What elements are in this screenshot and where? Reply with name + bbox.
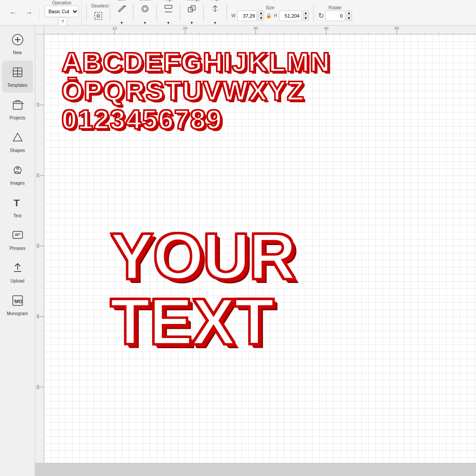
sidebar-item-new[interactable]: New	[2, 28, 33, 60]
deselect-icon	[93, 11, 103, 21]
shapes-icon	[11, 131, 24, 146]
svg-text:MG: MG	[15, 299, 22, 304]
operation-select[interactable]: Basic Cut	[45, 6, 79, 17]
font-preview: ABCDEFGHIJKLMN ŌPQRSTUVWXYZ 0123456789	[62, 48, 472, 134]
flip-expand-button[interactable]: ▼	[212, 16, 218, 30]
rotate-input[interactable]	[325, 11, 345, 21]
sidebar-item-shapes[interactable]: Shapes	[2, 126, 33, 158]
sidebar-item-images[interactable]: Images	[2, 159, 33, 190]
upload-icon	[11, 262, 24, 277]
sidebar-monogram-label: Monogram	[7, 311, 28, 316]
flip-section: Flip ▼	[208, 0, 222, 30]
divider4	[156, 4, 157, 22]
size-section: Size W ▲ ▼ 🔒 H ▲ ▼	[231, 4, 309, 21]
divider6	[203, 4, 204, 22]
canvas[interactable]: ABCDEFGHIJKLMN ŌPQRSTUVWXYZ 0123456789 Y…	[44, 34, 476, 463]
operation-section: Operation Basic Cut ?	[45, 0, 79, 26]
sidebar-templates-label: Templates	[7, 83, 28, 88]
svg-point-18	[17, 167, 19, 169]
svg-point-3	[142, 6, 148, 12]
svg-rect-7	[188, 7, 193, 12]
sidebar-item-phrases[interactable]: Phrases	[2, 224, 33, 256]
divider1	[86, 4, 87, 22]
edit-label: Edit	[115, 0, 129, 1]
svg-point-4	[143, 7, 147, 11]
font-row-1: ABCDEFGHIJKLMN	[62, 48, 472, 76]
rotate-down[interactable]: ▼	[346, 16, 352, 21]
align-expand-button[interactable]: ▼	[165, 16, 171, 30]
toolbar: ← → Operation Basic Cut ? Deselect Edit	[0, 0, 476, 26]
operation-label: Operation	[45, 0, 79, 5]
svg-text:T: T	[14, 197, 20, 208]
svg-text:50: 50	[36, 385, 40, 389]
phrases-icon	[11, 229, 24, 244]
main-area: New Templates P	[0, 26, 476, 476]
sidebar-item-monogram[interactable]: MG Monogram	[2, 289, 33, 321]
rotate-label: Rotate	[318, 5, 352, 10]
svg-text:30: 30	[36, 244, 40, 248]
rotate-section: Rotate ↻ ▲ ▼	[318, 4, 352, 21]
flip-icon	[210, 4, 220, 14]
offset-label: Offset	[138, 0, 152, 1]
svg-text:30: 30	[253, 26, 258, 30]
sidebar-item-text[interactable]: T Text	[2, 191, 33, 223]
size-h-spinner: ▲ ▼	[303, 11, 309, 21]
size-w-up[interactable]: ▲	[258, 11, 264, 15]
sidebar-projects-label: Projects	[9, 115, 25, 120]
align-icon	[164, 4, 173, 14]
svg-rect-16	[13, 102, 22, 109]
sidebar-item-projects[interactable]: Projects	[2, 93, 33, 125]
size-h-up[interactable]: ▲	[303, 11, 309, 15]
edit-expand-button[interactable]: ▼	[119, 16, 125, 30]
projects-icon	[11, 99, 24, 114]
svg-text:10: 10	[36, 103, 40, 107]
redo-button[interactable]: →	[22, 6, 36, 20]
svg-rect-5	[165, 5, 172, 8]
sidebar-shapes-label: Shapes	[10, 148, 25, 153]
svg-text:40: 40	[36, 314, 40, 319]
new-icon	[11, 33, 24, 48]
deselect-button[interactable]	[91, 9, 105, 23]
svg-point-1	[97, 15, 100, 17]
arrange-button[interactable]	[185, 2, 199, 16]
operation-group: Operation Basic Cut ?	[42, 0, 82, 26]
flip-label: Flip	[208, 0, 222, 1]
size-h-group: ▲ ▼	[279, 11, 309, 21]
size-w-input[interactable]	[237, 11, 257, 21]
size-lock-icon: 🔒	[266, 13, 272, 19]
size-w-label: W	[231, 13, 235, 18]
rotate-spinner: ▲ ▼	[346, 11, 352, 21]
sidebar-item-templates[interactable]: Templates	[2, 61, 33, 93]
your-text-display: YOUR TEXT	[110, 224, 458, 354]
ruler-top: 10 20 30 40 50	[44, 26, 476, 34]
undo-button[interactable]: ←	[6, 6, 20, 20]
arrange-label: Arrange	[185, 0, 199, 1]
align-button[interactable]	[161, 2, 175, 16]
sidebar-text-label: Text	[13, 213, 21, 218]
operation-help-button[interactable]: ?	[58, 17, 67, 26]
arrange-expand-button[interactable]: ▼	[189, 16, 195, 30]
flip-button[interactable]	[208, 2, 222, 16]
svg-rect-20	[13, 231, 22, 238]
canvas-area[interactable]: 10 20 30 40 50	[35, 26, 476, 476]
size-w-down[interactable]: ▼	[258, 16, 264, 21]
rotate-up[interactable]: ▲	[346, 11, 352, 15]
sidebar-phrases-label: Phrases	[9, 246, 26, 251]
size-h-input[interactable]	[279, 11, 302, 21]
svg-text:50: 50	[394, 26, 399, 30]
divider7	[227, 4, 227, 22]
offset-expand-button[interactable]: ▼	[142, 16, 148, 30]
ruler-left: 10 20 30 40 50	[35, 34, 44, 463]
size-w-spinner: ▲ ▼	[258, 11, 264, 21]
size-h-down[interactable]: ▼	[303, 16, 309, 21]
align-section: Align ▼	[161, 0, 175, 30]
offset-icon	[140, 4, 150, 14]
divider3	[133, 4, 134, 22]
text-icon: T	[11, 197, 24, 212]
svg-rect-0	[95, 12, 102, 19]
rotate-input-group: ↻ ▲ ▼	[318, 11, 352, 21]
sidebar-item-upload[interactable]: Upload	[2, 257, 33, 288]
monogram-icon: MG	[11, 294, 24, 309]
offset-button[interactable]	[138, 2, 152, 16]
edit-button[interactable]	[115, 2, 129, 16]
